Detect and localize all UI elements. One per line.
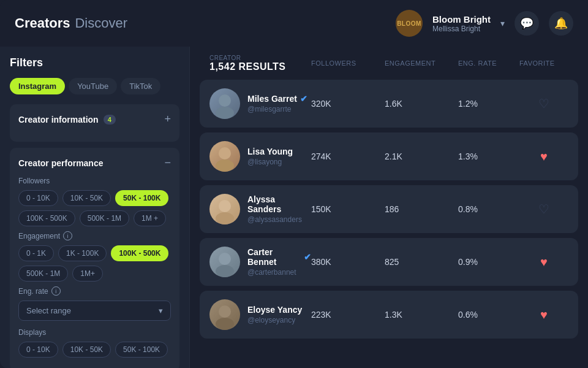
creator-performance-collapse-button[interactable]: −: [164, 156, 171, 169]
brand-info: Bloom Bright Mellissa Bright: [432, 14, 491, 33]
notifications-button[interactable]: 🔔: [549, 11, 573, 36]
verified-icon: ✔: [300, 94, 307, 104]
creator-avatar: [209, 299, 240, 330]
creator-performance-title: Creator performance: [18, 158, 104, 168]
svg-point-8: [219, 305, 231, 318]
creator-engagement: 2.1K: [385, 151, 458, 161]
creator-followers: 150K: [311, 204, 385, 214]
displays-label: Displays: [18, 328, 171, 337]
svg-point-7: [216, 265, 234, 277]
creator-name: Lisa Young: [247, 147, 293, 156]
favorite-button[interactable]: ♥: [519, 255, 568, 269]
creator-name: Alyssa Sanders: [247, 194, 311, 214]
follower-tag-100k-500k[interactable]: 100K - 500K: [18, 210, 75, 226]
header-right: BLOOM Bloom Bright Mellissa Bright ▾ 💬 🔔: [396, 10, 573, 37]
tab-tiktok[interactable]: TikTok: [121, 78, 160, 94]
engagement-tag-500k-1m[interactable]: 500K - 1M: [18, 266, 68, 282]
avatar-image: [209, 299, 240, 330]
follower-tag-500k-1m[interactable]: 500K - 1M: [80, 210, 129, 226]
creator-info: Lisa Young @lisayong: [209, 141, 311, 172]
creator-eng-rate: 1.3%: [458, 151, 519, 161]
dropdown-chevron-icon: ▾: [159, 306, 163, 315]
favorite-button[interactable]: ♥: [519, 150, 568, 164]
engagement-tag-1m-plus[interactable]: 1M+: [72, 266, 103, 282]
brand-sub: Mellissa Bright: [432, 25, 491, 33]
message-icon: 💬: [520, 17, 533, 30]
creator-handle: @carterbannet: [247, 268, 311, 277]
creator-followers: 380K: [311, 257, 385, 267]
favorite-button[interactable]: ♥: [519, 308, 568, 322]
display-tag-50k-100k[interactable]: 50K - 100K: [115, 342, 168, 358]
follower-tag-10k-50k[interactable]: 10K - 50K: [62, 190, 111, 206]
engagement-tags: 0 - 1K 1K - 100K 100K - 500K 500K - 1M 1…: [18, 245, 171, 282]
creator-performance-section: Creator performance − Followers 0 - 10K …: [10, 148, 179, 368]
svg-point-3: [216, 159, 234, 172]
creator-engagement: 186: [385, 204, 458, 214]
svg-point-9: [216, 318, 234, 330]
creator-info-badge: 4: [104, 115, 116, 125]
creator-eng-rate: 0.6%: [458, 310, 519, 320]
creator-followers: 223K: [311, 310, 385, 320]
app-title: Creators Discover: [15, 15, 127, 31]
creator-handle: @eloyseyancy: [247, 316, 302, 324]
svg-point-4: [219, 200, 231, 212]
svg-point-2: [219, 147, 231, 159]
follower-tag-1m-plus[interactable]: 1M +: [134, 210, 166, 226]
engagement-label: Engagement i: [18, 231, 171, 240]
creator-text-info: Alyssa Sanders @alyssasanders: [247, 194, 311, 224]
svg-point-6: [219, 253, 231, 265]
heart-icon: ♡: [538, 202, 549, 216]
creator-information-section: Creator information 4 +: [10, 104, 179, 142]
eng-rate-dropdown[interactable]: Select range ▾: [18, 301, 171, 321]
avatar-image: [209, 194, 240, 224]
creator-col-label: CREATOR: [209, 55, 241, 61]
favorite-col-header: FAVORITE: [519, 59, 568, 67]
followers-label: Followers: [18, 177, 171, 185]
avatar-image: [209, 141, 240, 172]
svg-point-0: [219, 94, 231, 107]
creator-followers: 320K: [311, 99, 385, 109]
messages-button[interactable]: 💬: [514, 11, 539, 36]
engagement-info-icon: i: [63, 231, 72, 240]
favorite-button[interactable]: ♡: [519, 202, 568, 217]
follower-tag-0-10k[interactable]: 0 - 10K: [18, 190, 58, 206]
tab-youtube[interactable]: YouTube: [69, 78, 117, 94]
favorite-button[interactable]: ♡: [519, 96, 568, 111]
display-tag-0-10k[interactable]: 0 - 10K: [18, 342, 58, 358]
follower-tag-50k-100k[interactable]: 50K - 100K: [115, 190, 168, 206]
creator-text-info: Lisa Young @lisayong: [247, 147, 293, 166]
eng-rate-info-icon: i: [51, 286, 61, 296]
creator-info: Carter Bennet ✔ @carterbannet: [209, 247, 311, 277]
creator-name: Miles Garret ✔: [247, 94, 307, 104]
creator-eng-rate: 0.8%: [458, 204, 519, 214]
creator-text-info: Eloyse Yancy @eloyseyancy: [247, 305, 302, 324]
creator-card: Lisa Young @lisayong 274K 2.1K 1.3% ♥: [200, 132, 578, 180]
creator-information-title: Creator information 4: [18, 115, 116, 125]
avatar-image: [209, 247, 240, 277]
tab-instagram[interactable]: Instagram: [10, 78, 65, 94]
results-header: CREATOR 1,542 results FOLLOWERS ENGAGEME…: [200, 47, 578, 80]
main-content: CREATOR 1,542 results FOLLOWERS ENGAGEME…: [190, 47, 588, 368]
engagement-tag-1k-100k[interactable]: 1K - 100K: [58, 245, 107, 261]
creator-avatar: [209, 88, 240, 119]
eng-rate-col-header: ENG. RATE: [458, 59, 519, 67]
brand-name: Bloom Bright: [432, 14, 491, 25]
creator-list: Miles Garret ✔ @milesgarrte 320K 1.6K 1.…: [200, 80, 578, 339]
creator-information-header: Creator information 4 +: [18, 113, 171, 126]
verified-icon: ✔: [304, 252, 311, 262]
creator-card: Alyssa Sanders @alyssasanders 150K 186 0…: [200, 185, 578, 233]
creator-engagement: 825: [385, 257, 458, 267]
creator-eng-rate: 0.9%: [458, 257, 519, 267]
chevron-down-icon[interactable]: ▾: [500, 18, 505, 28]
brand-logo: BLOOM: [396, 10, 423, 37]
bell-icon: 🔔: [554, 17, 568, 30]
creator-info: Alyssa Sanders @alyssasanders: [209, 194, 311, 224]
creator-info: Miles Garret ✔ @milesgarrte: [209, 88, 311, 119]
engagement-tag-0-1k[interactable]: 0 - 1K: [18, 245, 54, 261]
creator-info-add-button[interactable]: +: [164, 113, 171, 126]
heart-icon: ♥: [540, 150, 548, 163]
display-tag-10k-50k[interactable]: 10K - 50K: [62, 342, 111, 358]
creator-engagement: 1.3K: [385, 310, 458, 320]
follower-tags: 0 - 10K 10K - 50K 50K - 100K 100K - 500K…: [18, 190, 171, 226]
engagement-tag-100k-500k[interactable]: 100K - 500K: [111, 245, 168, 261]
